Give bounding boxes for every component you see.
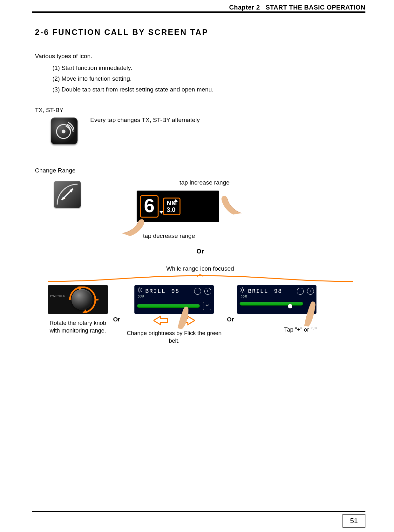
brightness-icon xyxy=(240,287,245,295)
brill-label: BRILL xyxy=(145,287,166,295)
page-number: 51 xyxy=(343,514,365,528)
svg-line-25 xyxy=(241,292,241,292)
svg-line-26 xyxy=(244,288,245,289)
list-item: (1) Start function immediately. xyxy=(52,64,365,72)
svg-line-12 xyxy=(138,288,139,289)
icon-type-list: (1) Start function immediately. (2) Move… xyxy=(52,64,365,93)
chapter-label: Chapter 2 xyxy=(229,4,260,11)
header-rule xyxy=(32,11,365,13)
hand-tap-icon xyxy=(216,187,245,216)
range-icon[interactable] xyxy=(54,181,81,208)
while-focus-label: While range icon focused xyxy=(35,265,365,273)
change-range-label: Change Range xyxy=(35,166,365,175)
tx-stby-icon[interactable] xyxy=(51,118,78,144)
section-title: 2-6 FUNCTION CALL BY SCREEN TAP xyxy=(35,27,365,38)
triangle-down-icon xyxy=(160,211,163,214)
tap-increase-label: tap increase range xyxy=(180,178,229,187)
tx-stby-desc: Every tap changes TX, ST-BY alternately xyxy=(90,116,200,124)
brill-label: BRILL xyxy=(248,287,268,295)
brightness-slider[interactable] xyxy=(240,302,303,306)
intro-text: Various types of icon. xyxy=(35,52,365,60)
hand-flick-icon xyxy=(166,301,195,330)
svg-line-24 xyxy=(244,292,245,292)
chapter-header: Chapter 2START THE BASIC OPERATION xyxy=(229,3,365,12)
rotary-knob-panel[interactable]: PWR/CLR xyxy=(48,285,108,314)
svg-line-14 xyxy=(138,292,139,292)
svg-point-7 xyxy=(139,289,141,291)
rotate-arrows-icon xyxy=(67,286,98,313)
plus-button[interactable]: + xyxy=(204,288,211,295)
list-item: (3) Double tap start from resist setting… xyxy=(52,85,365,94)
or-separator: Or xyxy=(35,247,365,256)
tap-decrease-label: tap decrease range xyxy=(143,232,195,240)
tx-stby-label: TX, ST-BY xyxy=(35,106,365,114)
slider-thumb-icon[interactable] xyxy=(288,304,292,308)
brill-value: 98 xyxy=(171,287,180,295)
list-item: (2) Move into function setting. xyxy=(52,75,365,83)
svg-line-15 xyxy=(141,288,142,289)
svg-point-1 xyxy=(62,130,65,133)
hand-tap-icon xyxy=(294,298,323,327)
flick-caption: Change brightness by Flick the green bel… xyxy=(123,329,225,345)
tap-pm-caption: Tap "+" or "-" xyxy=(259,326,316,333)
minus-button[interactable]: − xyxy=(297,288,304,295)
svg-line-23 xyxy=(241,288,241,289)
svg-line-13 xyxy=(141,292,142,292)
chapter-title: START THE BASIC OPERATION xyxy=(266,4,365,11)
range-sub: 3.0 xyxy=(166,206,177,213)
brightness-icon xyxy=(137,287,143,295)
svg-point-18 xyxy=(241,289,244,291)
plus-button[interactable]: + xyxy=(307,288,314,295)
back-icon[interactable]: ↩ xyxy=(203,302,211,310)
range-unit-box[interactable]: NM 3.0 xyxy=(163,198,180,215)
triangle-up-icon xyxy=(174,199,178,202)
brill-sub: 225 xyxy=(134,295,214,300)
knob-caption: Rotate the rotary knob with monitoring r… xyxy=(44,320,111,334)
footer-rule xyxy=(32,511,365,512)
svg-marker-16 xyxy=(153,316,167,325)
or-separator: Or xyxy=(225,315,236,324)
or-separator: Or xyxy=(111,315,122,324)
curly-brace-icon xyxy=(48,274,353,282)
minus-button[interactable]: − xyxy=(194,288,201,295)
brill-value: 98 xyxy=(274,287,282,295)
pwr-clr-label: PWR/CLR xyxy=(50,294,66,298)
